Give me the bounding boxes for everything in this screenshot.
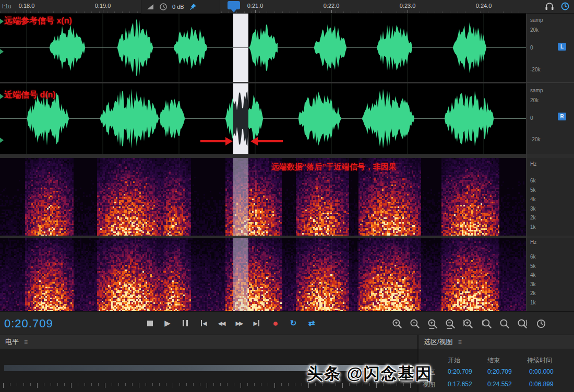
move-to-start-button[interactable]: ◀ (196, 316, 211, 330)
annotation-near-end-label: 近端信号 d(n) (4, 90, 56, 101)
audio-hardware-icon[interactable] (560, 1, 570, 11)
channel-badge-left[interactable]: L (558, 43, 566, 51)
ruler-gap (527, 154, 574, 158)
skip-selection-button[interactable]: ⇄ (304, 316, 319, 330)
amp-unit-label: samp (530, 17, 543, 23)
selection-duration-value[interactable]: 0:00.000 (529, 368, 554, 375)
freq-2k-label: 2k (530, 215, 536, 220)
time-label-19: 0:19.0 (95, 3, 111, 9)
freq-3k-label: 3k (530, 206, 536, 212)
audio-editor-app: l:1u 0:18.0 0:19.0 0:20.0 0:21.0 0:22.0 … (0, 0, 574, 392)
volume-fader-icon[interactable] (146, 3, 154, 11)
db-readout: 0 dB (172, 4, 184, 10)
col-start-header: 开始 (448, 356, 460, 365)
amp-20k-label: 20k (530, 97, 539, 103)
waveform-editor[interactable] (0, 14, 526, 154)
stop-button[interactable] (142, 316, 157, 330)
amp-neg20k-label: -20k (530, 137, 540, 142)
right-arrow-head-icon (250, 137, 258, 145)
clip-marker-icon (0, 94, 4, 99)
time-label-24: 0:24.0 (476, 3, 492, 9)
move-to-end-button[interactable]: ▶ (249, 316, 264, 330)
freq-6k-label: 6k (530, 178, 536, 183)
zoom-selection-right-button[interactable] (517, 318, 528, 329)
amp-20k-label: 20k (530, 27, 539, 33)
playhead-marker[interactable] (228, 1, 240, 9)
left-arrow-shaft (200, 140, 225, 142)
view-end-value[interactable]: 0:24.552 (487, 381, 512, 388)
freq-4k-label: 4k (530, 272, 536, 278)
freq-1k-label: 1k (530, 300, 536, 305)
time-label-21: 0:21.0 (247, 3, 264, 9)
selection-view-panel-title: 选区/视图 (424, 337, 453, 347)
zoom-selection-button[interactable] (499, 318, 510, 329)
ruler-unit-label: l:1u (2, 3, 11, 9)
ruler-gap (527, 236, 574, 238)
scale-rulers[interactable]: samp 20k 0 -20k L samp 20k 0 -20k R Hz 6… (526, 14, 574, 311)
spectrogram-near-end[interactable] (0, 238, 526, 311)
amp-neg20k-label: -20k (530, 67, 540, 72)
annotation-noncausal-label: 远端数据“落后”于近端信号，非因果 (271, 162, 397, 172)
zoom-amplitude-button[interactable] (462, 318, 474, 329)
col-end-header: 结束 (487, 356, 500, 365)
zoom-selection-left-button[interactable] (481, 318, 493, 329)
selection-view-panel: 选区/视图 ≡ 开始 结束 持续时间 选区 0:20.709 0:20.709 … (418, 335, 574, 392)
freq-5k-label: 5k (530, 263, 536, 269)
channel-badge-right[interactable]: R (558, 113, 566, 120)
levels-panel-title: 电平 (5, 337, 19, 347)
annotation-far-end-label: 远端参考信号 x(n) (4, 16, 72, 27)
view-duration-value[interactable]: 0:06.899 (529, 381, 554, 388)
watermark: 头条 @闪念基因 (307, 363, 433, 385)
timeline-ruler[interactable]: l:1u 0:18.0 0:19.0 0:20.0 0:21.0 0:22.0 … (0, 0, 574, 14)
pin-icon[interactable] (189, 3, 197, 11)
freq-unit-label: Hz (530, 161, 536, 167)
zoom-reset-button[interactable] (535, 318, 547, 329)
freq-5k-label: 5k (530, 187, 536, 193)
panel-menu-icon[interactable]: ≡ (24, 338, 28, 346)
freq-unit-label: Hz (530, 239, 536, 245)
freq-4k-label: 4k (530, 197, 536, 202)
amp-unit-label: samp (530, 88, 543, 93)
clip-marker-icon (0, 138, 4, 143)
clip-marker-icon (0, 19, 4, 24)
waveform-track-near-end[interactable] (0, 83, 526, 154)
spectrogram-far-end[interactable] (0, 158, 526, 236)
col-duration-header: 持续时间 (527, 356, 552, 365)
play-button[interactable]: ▶ (160, 316, 175, 330)
amp-0-label: 0 (530, 115, 533, 121)
transport-bar: 0:20.709 ▶ ◀ ◀◀ ▶▶ ▶ ● ↻ ⇄ (0, 311, 574, 335)
zoom-in-time-button[interactable] (427, 318, 438, 329)
clip-marker-icon (0, 49, 4, 54)
time-label-22: 0:22.0 (324, 3, 340, 9)
headset-icon[interactable] (545, 1, 554, 11)
pane-divider[interactable] (0, 154, 526, 158)
time-label-23: 0:23.0 (400, 3, 416, 9)
clock-icon[interactable] (159, 3, 168, 11)
freq-2k-label: 2k (530, 290, 536, 296)
zoom-out-button[interactable] (409, 318, 421, 329)
fast-forward-button[interactable]: ▶▶ (232, 316, 246, 330)
freq-3k-label: 3k (530, 281, 536, 287)
view-start-value[interactable]: 0:17.652 (448, 381, 472, 388)
rewind-button[interactable]: ◀◀ (214, 316, 229, 330)
ruler-separator (527, 82, 574, 83)
selection-start-value[interactable]: 0:20.709 (448, 368, 472, 375)
zoom-out-time-button[interactable] (445, 318, 456, 329)
amp-0-label: 0 (530, 45, 533, 51)
selection-end-value[interactable]: 0:20.709 (487, 368, 512, 375)
freq-6k-label: 6k (530, 254, 536, 260)
pause-button[interactable] (178, 316, 193, 330)
time-label-18: 0:18.0 (19, 3, 35, 9)
playhead-time-display[interactable]: 0:20.709 (4, 317, 53, 330)
panel-menu-icon[interactable]: ≡ (458, 338, 462, 346)
right-arrow-shaft (258, 140, 283, 142)
freq-1k-label: 1k (530, 224, 536, 230)
left-arrow-head-icon (225, 137, 233, 145)
loop-playback-button[interactable]: ↻ (286, 316, 301, 330)
zoom-in-button[interactable] (391, 318, 403, 329)
monitor-toolbar: 0 dB (141, 0, 220, 14)
waveform-track-far-end[interactable] (0, 14, 526, 82)
record-button[interactable]: ● (268, 316, 283, 330)
